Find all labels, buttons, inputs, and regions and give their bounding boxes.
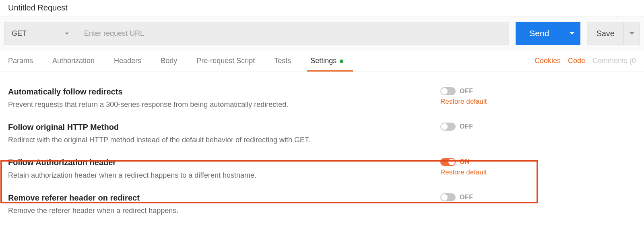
setting-description: Redirect with the original HTTP method i…	[8, 136, 439, 144]
save-button[interactable]: Save	[587, 22, 624, 45]
cookies-link[interactable]: Cookies	[535, 57, 561, 65]
tab-headers[interactable]: Headers	[114, 51, 141, 71]
setting-description: Retain authorization header when a redir…	[8, 171, 439, 180]
setting-follow-original-method: Follow original HTTP Method Redirect wit…	[8, 117, 636, 152]
tab-tests[interactable]: Tests	[274, 51, 291, 71]
toggle-follow-redirects[interactable]	[440, 87, 456, 95]
chevron-down-icon	[630, 32, 634, 35]
setting-follow-authorization-header: Follow Authorization header Retain autho…	[8, 152, 636, 188]
settings-panel: Automatically follow redirects Prevent r…	[0, 72, 644, 223]
toggle-state-label: OFF	[460, 123, 473, 130]
request-tabs: Params Authorization Headers Body Pre-re…	[0, 50, 644, 72]
tab-prerequest-script[interactable]: Pre-request Script	[196, 51, 255, 71]
toggle-follow-authorization-header[interactable]	[440, 158, 456, 166]
toggle-state-label: OFF	[460, 88, 473, 95]
request-title[interactable]: Untitled Request	[0, 0, 644, 16]
tab-body[interactable]: Body	[161, 51, 177, 71]
setting-title: Remove referer header on redirect	[8, 193, 439, 203]
restore-default-link[interactable]: Restore default	[440, 98, 521, 106]
toggle-state-label: OFF	[460, 194, 473, 201]
chevron-down-icon	[570, 32, 574, 35]
tab-params[interactable]: Params	[8, 51, 33, 71]
setting-follow-redirects: Automatically follow redirects Prevent r…	[8, 82, 636, 117]
send-button[interactable]: Send	[516, 22, 563, 45]
send-dropdown[interactable]	[563, 22, 580, 45]
modified-indicator-icon	[340, 59, 343, 63]
comments-link[interactable]: Comments (0	[592, 57, 636, 65]
url-input-wrapper	[76, 22, 509, 45]
http-method-select[interactable]: GET	[4, 22, 76, 45]
setting-description: Remove the referer header when a redirec…	[8, 207, 439, 215]
setting-remove-referer: Remove referer header on redirect Remove…	[8, 188, 636, 223]
setting-title: Follow Authorization header	[8, 158, 439, 167]
send-button-group: Send	[516, 22, 580, 45]
tab-settings-label: Settings	[310, 57, 336, 65]
tab-authorization[interactable]: Authorization	[52, 51, 95, 71]
chevron-down-icon	[65, 33, 69, 35]
save-dropdown[interactable]	[624, 22, 640, 45]
url-row: GET Send Save	[0, 16, 644, 50]
code-link[interactable]: Code	[568, 57, 585, 65]
tab-settings[interactable]: Settings	[310, 51, 343, 71]
http-method-value: GET	[12, 29, 27, 38]
url-input[interactable]	[83, 29, 502, 38]
toggle-follow-original-method[interactable]	[440, 123, 456, 131]
restore-default-link[interactable]: Restore default	[440, 168, 521, 176]
save-button-group: Save	[587, 22, 640, 45]
setting-title: Automatically follow redirects	[8, 87, 439, 96]
toggle-state-label: ON	[460, 158, 470, 166]
toggle-remove-referer[interactable]	[440, 193, 456, 201]
setting-title: Follow original HTTP Method	[8, 123, 439, 132]
setting-description: Prevent requests that return a 300-serie…	[8, 100, 439, 109]
